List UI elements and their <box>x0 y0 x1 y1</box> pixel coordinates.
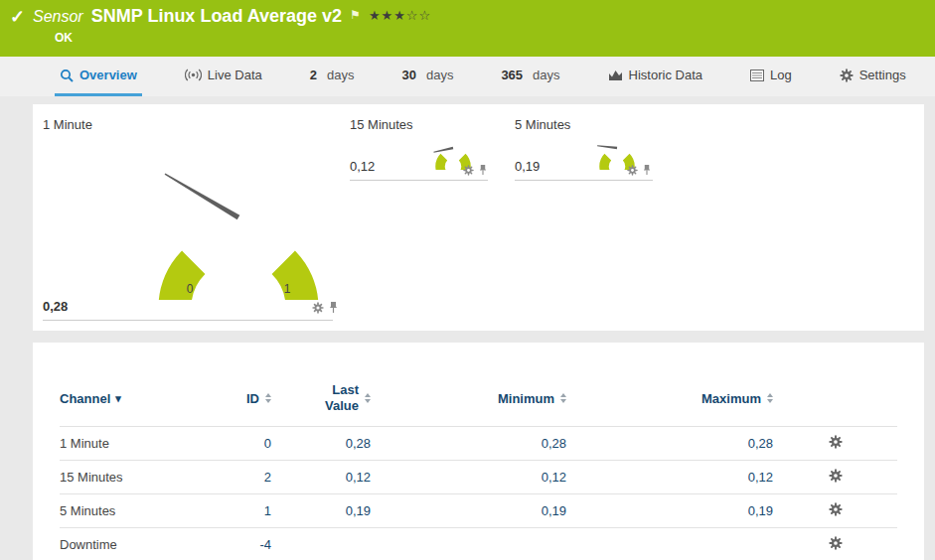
gauge-5min-label: 5 Minutes <box>515 117 570 132</box>
live-data-icon <box>185 69 202 81</box>
channel-last-value: 0,12 <box>271 461 371 494</box>
tab-number: 365 <box>501 68 523 82</box>
tab-historic-data[interactable]: Historic Data <box>603 57 707 96</box>
sensor-title-row: Sensor SNMP Linux Load Average v2 ⚑ ★★★☆… <box>33 6 431 27</box>
table-row: 15 Minutes 2 0,12 0,12 0,12 <box>60 461 897 494</box>
tab-label: days <box>327 68 354 82</box>
gauge-1min-dial: 0 1 <box>144 126 333 300</box>
gauge-1min-value: 0,28 <box>43 299 68 314</box>
sensor-header: ✓ Sensor SNMP Linux Load Average v2 ⚑ ★★… <box>0 0 935 57</box>
tab-number: 30 <box>401 68 415 82</box>
column-header-channel[interactable]: Channel ▾ <box>60 370 204 427</box>
sort-icon <box>767 393 773 403</box>
channel-settings-gear-icon[interactable] <box>829 435 843 449</box>
channels-panel: Channel ▾ ID Last Value <box>33 343 924 560</box>
tab-label: Log <box>770 68 792 82</box>
gauge-15min-value: 0,12 <box>350 159 375 174</box>
channel-name: 1 Minute <box>60 427 204 461</box>
gauge-scale-max: 1 <box>284 282 291 296</box>
tab-live-data[interactable]: Live Data <box>180 57 267 96</box>
channel-name: Downtime <box>60 528 204 560</box>
channel-maximum: 0,12 <box>566 461 773 494</box>
channel-minimum: 0,28 <box>371 427 566 461</box>
tab-log[interactable]: Log <box>745 57 797 96</box>
channel-id: -4 <box>204 528 271 560</box>
table-row: Downtime -4 <box>60 528 897 560</box>
gauge-15min-label: 15 Minutes <box>350 117 413 132</box>
priority-flag-icon[interactable]: ⚑ <box>350 6 361 22</box>
channel-id: 1 <box>204 494 271 528</box>
page-title: SNMP Linux Load Average v2 <box>91 6 342 27</box>
tab-label: Settings <box>859 68 906 82</box>
status-check-icon: ✓ <box>10 6 25 28</box>
channel-minimum: 0,12 <box>371 461 566 494</box>
tab-30-days[interactable]: 30 days <box>396 57 458 96</box>
tab-settings[interactable]: Settings <box>835 57 911 96</box>
column-header-actions <box>773 370 897 427</box>
tab-label: Overview <box>79 68 137 82</box>
channel-name: 15 Minutes <box>60 461 204 494</box>
priority-stars[interactable]: ★★★☆☆ <box>369 6 431 23</box>
column-header-id[interactable]: ID <box>204 370 271 427</box>
tab-label: days <box>426 68 453 82</box>
column-header-last-value[interactable]: Last Value <box>271 370 371 427</box>
channel-last-value <box>271 528 371 560</box>
gauge-pin-icon[interactable] <box>643 164 651 176</box>
channel-settings-gear-icon[interactable] <box>829 536 843 550</box>
gauge-pin-icon[interactable] <box>329 301 338 314</box>
column-header-minimum[interactable]: Minimum <box>371 370 566 427</box>
channel-minimum: 0,19 <box>371 494 566 528</box>
gauge-5min-value: 0,19 <box>515 159 540 174</box>
gauge-pin-icon[interactable] <box>479 164 487 176</box>
tab-overview[interactable]: Overview <box>55 57 142 96</box>
channel-last-value: 0,28 <box>271 427 371 461</box>
settings-gear-icon <box>840 69 854 82</box>
tab-365-days[interactable]: 365 days <box>496 57 564 96</box>
gauge-scale-min: 0 <box>187 282 194 296</box>
channel-minimum <box>371 528 566 560</box>
channel-maximum: 0,28 <box>566 427 773 461</box>
channel-id: 2 <box>204 461 271 494</box>
tab-label: days <box>533 68 559 82</box>
channels-table: Channel ▾ ID Last Value <box>60 370 897 560</box>
column-header-maximum[interactable]: Maximum <box>566 370 773 427</box>
channel-last-value: 0,19 <box>271 494 371 528</box>
channel-settings-gear-icon[interactable] <box>829 502 843 516</box>
gauges-panel: 1 Minute 0 1 0,28 15 Minutes 0,12 5 Minu… <box>33 104 924 331</box>
overview-icon <box>60 69 74 82</box>
tab-number: 2 <box>310 68 317 82</box>
tab-label: Historic Data <box>629 68 702 82</box>
table-header-row: Channel ▾ ID Last Value <box>60 370 897 427</box>
object-kind-label: Sensor <box>33 6 83 26</box>
gauge-gear-icon[interactable] <box>627 165 638 176</box>
tab-label: Live Data <box>208 68 262 82</box>
channel-id: 0 <box>204 427 271 461</box>
log-icon <box>750 70 764 81</box>
gauge-1min-label: 1 Minute <box>43 117 92 132</box>
historic-data-icon <box>608 70 623 81</box>
tab-bar: Overview Live Data 2 days 30 days 365 da… <box>0 57 935 96</box>
gauge-gear-icon[interactable] <box>312 302 324 314</box>
status-badge: OK <box>55 31 73 45</box>
tab-2-days[interactable]: 2 days <box>305 57 360 96</box>
table-row: 1 Minute 0 0,28 0,28 0,28 <box>60 427 897 461</box>
gauge-gear-icon[interactable] <box>463 165 474 176</box>
table-row: 5 Minutes 1 0,19 0,19 0,19 <box>60 494 897 528</box>
channel-name: 5 Minutes <box>60 494 204 528</box>
sort-desc-icon: ▾ <box>115 392 121 405</box>
channel-settings-gear-icon[interactable] <box>829 469 843 483</box>
channel-maximum: 0,19 <box>566 494 773 528</box>
channel-maximum <box>566 528 773 560</box>
